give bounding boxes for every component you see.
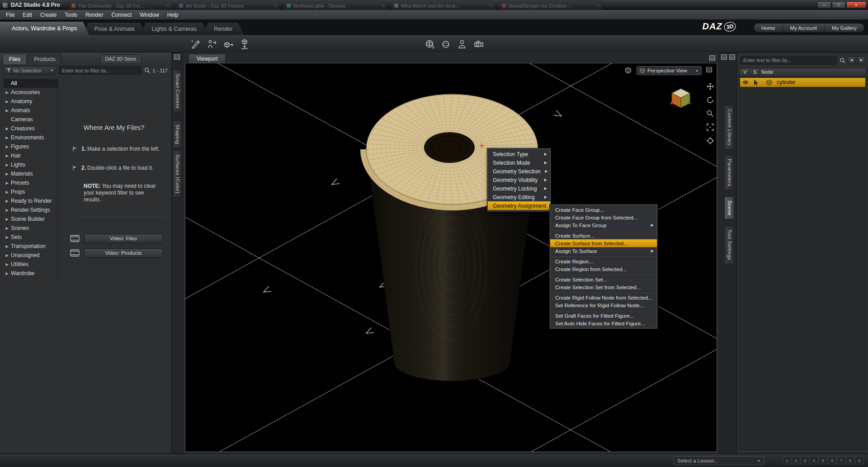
selection-filter-dropdown[interactable]: No Selection ▼	[4, 66, 56, 75]
menu-item-create-selection-set-from-selected[interactable]: Create Selection Set from Selected...	[550, 283, 657, 291]
menu-create[interactable]: Create	[36, 10, 61, 19]
expand-arrow-icon[interactable]: ▶	[5, 253, 9, 257]
orbit-tool-icon[interactable]	[705, 95, 715, 105]
menu-render[interactable]: Render	[81, 10, 107, 19]
menu-item-create-rigid-follow-node-from-selected[interactable]: Create Rigid Follow Node from Selected..…	[550, 294, 657, 301]
view-cube-gizmo[interactable]	[667, 86, 694, 113]
timeline-cell[interactable]: 5	[819, 457, 827, 464]
zoom-tool-icon[interactable]	[705, 109, 715, 119]
tab-close-icon[interactable]: ×	[382, 3, 384, 8]
menu-item-selection-mode[interactable]: Selection Mode▶	[488, 158, 550, 167]
timeline-cell[interactable]: 4	[810, 457, 818, 464]
activity-tab-render[interactable]: Render	[202, 23, 244, 35]
video-button-video-files[interactable]: Video: Files	[84, 234, 163, 243]
node-edit-tool-icon[interactable]	[190, 38, 202, 50]
category-item-unassigned[interactable]: ▶Unassigned	[4, 251, 58, 260]
category-item-figures[interactable]: ▶Figures	[4, 142, 58, 151]
pane-menu-icon[interactable]	[721, 54, 727, 60]
background-tab[interactable]: NeuralStringer xxx Emotion…×	[498, 1, 603, 10]
aim-tool-icon[interactable]	[705, 136, 715, 146]
activity-tab-pose-animate[interactable]: Pose & Animate	[83, 23, 146, 35]
tab-close-icon[interactable]: ×	[166, 3, 169, 8]
menu-item-geometry-editing[interactable]: Geometry Editing▶	[488, 193, 550, 201]
scene-next-button[interactable]: ▶	[858, 57, 865, 64]
nav-button-my-gallery[interactable]: My Gallery	[824, 24, 864, 32]
background-tab[interactable]: NorthernLights - Deviant…×	[283, 1, 388, 10]
menu-edit[interactable]: Edit	[19, 10, 36, 19]
background-tab[interactable]: Art Studio - Daz 3D Forums×	[175, 1, 280, 10]
background-tab[interactable]: The Community - Daz 3D For…×	[68, 1, 173, 10]
background-tab[interactable]: Mika Aldrich and the doctr…×	[391, 1, 495, 10]
timeline-cell[interactable]: 1	[783, 457, 791, 464]
category-item-lights[interactable]: ▶Lights	[4, 160, 58, 169]
expand-arrow-icon[interactable]: ▶	[5, 262, 9, 267]
timeline-cell[interactable]: 6	[828, 457, 836, 464]
expand-arrow-icon[interactable]: ▶	[5, 181, 9, 185]
timeline-cell[interactable]: 2	[792, 457, 800, 464]
scene-filter-input[interactable]	[740, 56, 837, 65]
menu-item-create-region[interactable]: Create Region...	[550, 257, 657, 265]
expand-arrow-icon[interactable]: ▶	[5, 190, 9, 194]
menu-item-create-face-group-from-selected[interactable]: Create Face Group from Selected...	[550, 214, 657, 221]
menu-item-geometry-assignment[interactable]: Geometry Assignment▶	[488, 201, 550, 210]
dock-tab-shaping[interactable]: Shaping	[173, 120, 182, 148]
video-button-video-products[interactable]: Video: Products	[84, 248, 163, 258]
scene-prev-button[interactable]: ◀	[848, 57, 855, 64]
category-item-cameras[interactable]: Cameras	[4, 115, 58, 124]
menu-connect[interactable]: Connect	[107, 10, 136, 19]
tab-daz3d-store[interactable]: DAZ 3D Store	[100, 54, 142, 63]
category-item-materials[interactable]: ▶Materials	[4, 169, 58, 178]
expand-arrow-icon[interactable]: ▶	[5, 199, 9, 203]
pane-menu-icon[interactable]	[174, 54, 180, 60]
category-item-utilities[interactable]: ▶Utilities	[4, 260, 58, 269]
menu-item-set-reference-for-rigid-follow-node[interactable]: Set Reference for Rigid Follow Node...	[550, 301, 657, 309]
tab-close-icon[interactable]: ×	[274, 3, 277, 8]
menu-item-set-graft-faces-for-fitted-figure[interactable]: Set Graft Faces for Fitted Figure...	[550, 312, 657, 319]
expand-arrow-icon[interactable]: ▶	[5, 172, 9, 176]
category-item-creatures[interactable]: ▶Creatures	[4, 124, 58, 133]
menu-item-create-surface-from-selected[interactable]: Create Surface from Selected...	[550, 239, 657, 247]
expand-arrow-icon[interactable]: ▶	[5, 145, 9, 149]
menu-item-assign-to-surface[interactable]: Assign To Surface▶	[550, 247, 657, 255]
pane-menu-icon[interactable]	[706, 67, 712, 72]
perspective-view-tool-icon[interactable]	[424, 38, 436, 50]
frame-tool-icon[interactable]	[705, 122, 715, 132]
search-icon[interactable]	[840, 57, 845, 63]
sphere-tool-icon[interactable]	[440, 38, 452, 50]
dock-tab-tool-settings[interactable]: Tool Settings	[724, 225, 734, 264]
eye-icon[interactable]	[742, 80, 749, 85]
menu-item-selection-type[interactable]: Selection Type▶	[488, 150, 550, 158]
fit-prop-tool-icon[interactable]	[239, 38, 250, 50]
menu-item-geometry-selection[interactable]: Geometry Selection▶	[488, 167, 550, 176]
view-mode-dropdown[interactable]: Perspective View ▼	[637, 66, 702, 75]
maximize-button[interactable]: □	[832, 1, 845, 8]
figure-setup-tool-icon[interactable]	[206, 38, 218, 50]
category-item-animals[interactable]: ▶Animals	[4, 106, 58, 115]
expand-arrow-icon[interactable]: ▶	[5, 136, 9, 140]
pan-tool-icon[interactable]	[705, 81, 715, 91]
expand-arrow-icon[interactable]: ▶	[5, 226, 9, 230]
expand-arrow-icon[interactable]: ▶	[5, 272, 9, 276]
category-item-all[interactable]: All	[4, 79, 58, 88]
menu-item-create-surface[interactable]: Create Surface...	[550, 232, 657, 239]
category-item-environments[interactable]: ▶Environments	[4, 133, 58, 142]
activity-tab-lights-cameras[interactable]: Lights & Cameras	[140, 23, 208, 35]
category-item-hair[interactable]: ▶Hair	[4, 151, 58, 160]
scene-node-row[interactable]: cylinder	[740, 78, 865, 87]
category-item-wardrobe[interactable]: ▶Wardrobe	[4, 269, 58, 278]
dock-tab-content-library[interactable]: Content Library	[724, 105, 734, 150]
category-item-accessories[interactable]: ▶Accessories	[4, 88, 58, 97]
tab-products[interactable]: Products	[28, 54, 61, 64]
lesson-dropdown[interactable]: Select a Lesson... ▼	[674, 456, 764, 465]
expand-arrow-icon[interactable]: ▶	[5, 91, 9, 95]
tab-viewport[interactable]: Viewport	[189, 54, 226, 63]
expand-arrow-icon[interactable]: ▶	[5, 127, 9, 131]
category-item-props[interactable]: ▶Props	[4, 187, 58, 196]
timeline-cell[interactable]: 8	[846, 457, 854, 464]
content-filter-input[interactable]	[59, 66, 142, 75]
menu-item-create-face-group[interactable]: Create Face Group...	[550, 206, 657, 214]
tab-close-icon[interactable]: ×	[597, 3, 599, 8]
dock-tab-scene[interactable]: Scene	[724, 196, 734, 219]
menu-file[interactable]: File	[2, 10, 19, 19]
timeline-cell[interactable]: 7	[837, 457, 845, 464]
